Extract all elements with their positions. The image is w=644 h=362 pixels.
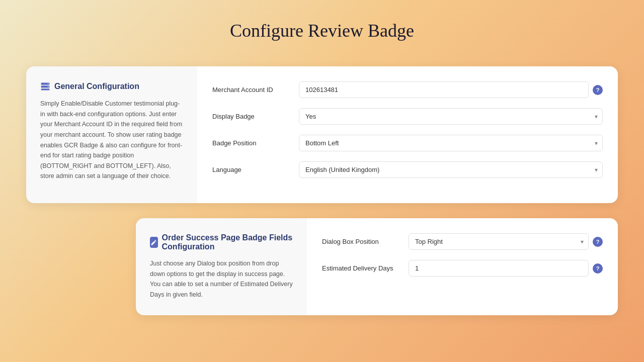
display-badge-select[interactable]: Yes No	[299, 108, 603, 125]
edit-icon	[150, 237, 158, 248]
order-config-title: Order Success Page Badge Fields Configur…	[150, 233, 293, 251]
badge-position-select-wrap: Bottom Left Bottom Right Top Left Top Ri…	[299, 135, 603, 151]
dialog-position-select[interactable]: Top Right Top Left Bottom Right Bottom L…	[409, 233, 589, 250]
display-badge-row: Display Badge Yes No ▾	[212, 108, 603, 125]
display-badge-control: Yes No ▾	[299, 108, 603, 125]
dialog-position-select-wrap: Top Right Top Left Bottom Right Bottom L…	[409, 233, 589, 250]
display-badge-label: Display Badge	[212, 113, 293, 120]
server-icon	[40, 81, 50, 92]
svg-rect-2	[41, 88, 50, 90]
language-select-wrap: English (United Kingdom) English (United…	[299, 161, 603, 178]
order-config-form: Dialog Box Position Top Right Top Left B…	[307, 218, 618, 315]
general-config-left: General Configuration Simply Enable/Disa…	[26, 66, 197, 203]
dialog-position-label: Dialog Box Position	[322, 238, 403, 245]
dialog-position-help-icon[interactable]: ?	[593, 237, 603, 247]
badge-position-select[interactable]: Bottom Left Bottom Right Top Left Top Ri…	[299, 135, 603, 151]
estimated-days-input[interactable]	[409, 260, 589, 277]
merchant-id-control: ?	[299, 81, 603, 98]
badge-position-label: Badge Position	[212, 139, 293, 147]
svg-point-3	[48, 83, 49, 84]
order-config-card: Order Success Page Badge Fields Configur…	[136, 218, 618, 315]
general-config-desc: Simply Enable/Disable Customer testimoni…	[40, 99, 183, 182]
dialog-position-row: Dialog Box Position Top Right Top Left B…	[322, 233, 603, 250]
badge-position-row: Badge Position Bottom Left Bottom Right …	[212, 135, 603, 151]
order-config-left: Order Success Page Badge Fields Configur…	[136, 218, 307, 315]
display-badge-select-wrap: Yes No ▾	[299, 108, 603, 125]
dialog-position-control: Top Right Top Left Bottom Right Bottom L…	[409, 233, 603, 250]
general-config-card: General Configuration Simply Enable/Disa…	[26, 66, 618, 203]
merchant-id-row: Merchant Account ID ?	[212, 81, 603, 98]
estimated-days-control: ?	[409, 260, 603, 277]
merchant-id-help-icon[interactable]: ?	[593, 85, 603, 95]
language-label: Language	[212, 166, 293, 173]
language-select[interactable]: English (United Kingdom) English (United…	[299, 161, 603, 178]
merchant-id-label: Merchant Account ID	[212, 86, 293, 94]
estimated-days-row: Estimated Delivery Days ?	[322, 260, 603, 277]
order-config-desc: Just choose any Dialog box position from…	[150, 258, 293, 300]
page-title: Configure Review Badge	[0, 0, 644, 41]
merchant-id-input[interactable]	[299, 81, 589, 98]
language-control: English (United Kingdom) English (United…	[299, 161, 603, 178]
language-row: Language English (United Kingdom) Englis…	[212, 161, 603, 178]
general-config-title: General Configuration	[40, 81, 183, 92]
estimated-days-label: Estimated Delivery Days	[322, 264, 403, 272]
estimated-days-help-icon[interactable]: ?	[593, 263, 603, 274]
general-config-form: Merchant Account ID ? Display Badge Yes …	[197, 66, 618, 203]
svg-point-4	[48, 86, 49, 87]
badge-position-control: Bottom Left Bottom Right Top Left Top Ri…	[299, 135, 603, 151]
